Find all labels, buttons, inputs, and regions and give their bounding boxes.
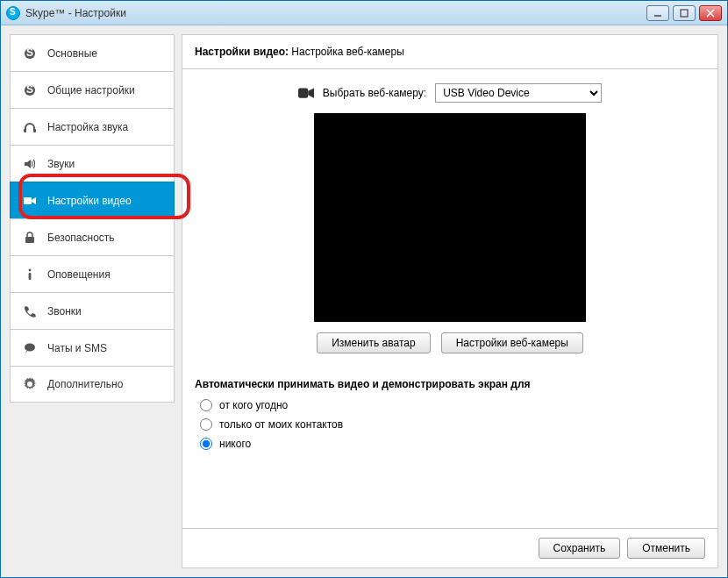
main-panel: Настройки видео: Настройка веб-камеры Вы…	[182, 34, 718, 568]
svg-rect-8	[24, 129, 26, 132]
window-buttons	[646, 5, 722, 21]
radio-none-input[interactable]	[200, 438, 212, 450]
camera-preview	[314, 113, 586, 322]
radio-label: только от моих контактов	[219, 418, 343, 431]
sidebar: S Основные S Общие настройки Настройка з…	[10, 34, 175, 568]
sidebar-item-common[interactable]: S Общие настройки	[10, 71, 175, 108]
sidebar-item-sounds[interactable]: Звуки	[10, 145, 175, 182]
camera-select-row: Выбрать веб-камеру: USB Video Device	[298, 83, 602, 103]
titlebar[interactable]: Skype™ - Настройки	[1, 1, 727, 25]
sidebar-item-label: Звуки	[47, 158, 75, 170]
chat-icon	[23, 341, 37, 355]
sidebar-item-advanced[interactable]: Дополнительно	[10, 366, 175, 403]
radio-contacts-input[interactable]	[200, 418, 212, 431]
sidebar-item-label: Общие настройки	[47, 84, 135, 96]
speaker-icon	[23, 157, 37, 171]
camera-select[interactable]: USB Video Device	[435, 83, 602, 103]
camera-select-label: Выбрать веб-камеру:	[323, 87, 426, 99]
body: S Основные S Общие настройки Настройка з…	[1, 25, 727, 577]
header-title: Настройки видео:	[195, 46, 289, 58]
footer: Сохранить Отменить	[182, 528, 717, 567]
radio-contacts[interactable]: только от моих контактов	[200, 418, 705, 431]
sidebar-item-label: Звонки	[47, 305, 82, 318]
svg-rect-11	[25, 237, 34, 243]
sidebar-item-security[interactable]: Безопасность	[10, 218, 175, 255]
radio-none[interactable]: никого	[200, 438, 705, 450]
maximize-button[interactable]	[673, 5, 696, 21]
sidebar-item-sound-settings[interactable]: Настройка звука	[10, 108, 175, 145]
phone-icon	[23, 304, 37, 318]
sidebar-item-label: Настройки видео	[47, 195, 132, 207]
sidebar-item-chats[interactable]: Чаты и SMS	[10, 329, 175, 366]
sidebar-item-label: Оповещения	[47, 268, 111, 281]
radio-label: от кого угодно	[219, 399, 288, 411]
header-subtitle: Настройка веб-камеры	[291, 46, 403, 58]
change-avatar-button[interactable]: Изменить аватар	[317, 332, 431, 353]
svg-point-12	[29, 268, 32, 271]
sidebar-item-video[interactable]: Настройки видео	[10, 182, 175, 218]
sidebar-item-notifications[interactable]: Оповещения	[10, 255, 175, 292]
camera-icon	[23, 194, 37, 208]
minimize-button[interactable]	[646, 5, 669, 21]
preview-buttons: Изменить аватар Настройки веб-камеры	[317, 332, 583, 353]
cancel-button[interactable]: Отменить	[627, 538, 705, 559]
content: Выбрать веб-камеру: USB Video Device Изм…	[182, 69, 717, 528]
sidebar-item-calls[interactable]: Звонки	[10, 292, 175, 329]
svg-text:S: S	[26, 83, 33, 96]
lock-icon	[23, 231, 37, 245]
info-icon	[23, 268, 37, 282]
gear-icon	[23, 377, 37, 391]
svg-rect-9	[33, 129, 36, 132]
skype-icon: S	[23, 83, 37, 97]
panel-header: Настройки видео: Настройка веб-камеры	[182, 35, 717, 69]
sidebar-item-label: Основные	[47, 47, 97, 60]
skype-icon: S	[23, 46, 37, 61]
settings-window: Skype™ - Настройки S Основные S Общие на…	[0, 0, 728, 578]
sidebar-item-label: Безопасность	[47, 232, 115, 244]
webcam-settings-button[interactable]: Настройки веб-камеры	[441, 332, 583, 353]
radio-label: никого	[219, 438, 251, 450]
sidebar-item-label: Настройка звука	[47, 121, 128, 133]
sidebar-item-general[interactable]: S Основные	[10, 34, 175, 71]
skype-logo-icon	[6, 6, 20, 20]
camera-icon	[298, 87, 314, 99]
radio-anyone-input[interactable]	[200, 399, 212, 411]
radio-anyone[interactable]: от кого угодно	[200, 399, 705, 411]
save-button[interactable]: Сохранить	[539, 538, 621, 559]
auto-accept-title: Автоматически принимать видео и демонстр…	[195, 378, 705, 390]
svg-point-14	[25, 343, 35, 351]
close-button[interactable]	[699, 5, 722, 21]
auto-accept-section: Автоматически принимать видео и демонстр…	[195, 378, 705, 457]
svg-text:S: S	[26, 46, 33, 59]
headset-icon	[23, 120, 37, 134]
svg-rect-1	[681, 10, 688, 17]
svg-rect-13	[29, 273, 32, 280]
sidebar-item-label: Дополнительно	[47, 378, 123, 390]
window-title: Skype™ - Настройки	[25, 7, 126, 19]
svg-rect-10	[24, 197, 32, 204]
sidebar-item-label: Чаты и SMS	[47, 342, 107, 354]
svg-rect-15	[298, 88, 308, 97]
